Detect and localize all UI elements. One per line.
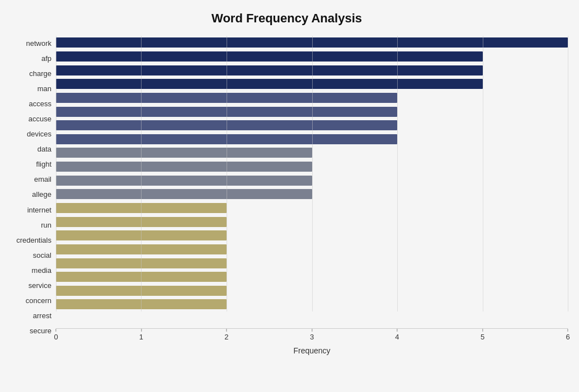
bar [56,286,227,296]
x-tick-line [55,329,56,332]
bar-row [56,202,568,214]
y-label: network [26,37,51,50]
bar-row [56,78,568,90]
y-label: secure [30,324,51,337]
x-tick-label: 4 [395,333,399,341]
bar-row [56,285,568,297]
x-tick-line [312,329,312,332]
bar [56,162,312,172]
x-tick: 6 [566,329,569,341]
x-tick: 5 [481,329,484,341]
bar [56,37,568,48]
y-label: devices [27,128,51,140]
y-axis: networkafpchargemanaccessaccusedevicesda… [6,36,56,355]
bar [56,258,227,268]
grid-line [397,36,398,311]
y-label: concern [26,294,51,306]
x-tick-line [567,329,568,332]
bar-row [56,64,568,77]
y-label: internet [27,204,51,216]
x-tick-label: 1 [139,333,143,341]
x-tick-label: 6 [566,333,569,341]
y-label: charge [29,68,51,80]
bar [56,299,227,309]
x-tick-label: 0 [54,333,58,341]
x-tick-label: 2 [224,333,228,341]
bar-row [56,216,568,228]
bar-row [56,271,568,283]
x-tick-line [397,329,397,332]
bar [56,217,227,227]
x-tick: 2 [224,329,228,341]
grid-line [56,36,57,311]
y-label: afp [41,53,51,65]
bar [56,272,227,282]
y-label: media [32,264,51,276]
bar [56,148,312,158]
y-label: social [33,249,51,261]
chart-title: Word Frequency Analysis [6,6,568,36]
y-label: data [37,143,51,155]
bar-row [56,50,568,63]
bar [56,203,227,213]
grid-line [312,36,313,311]
chart-container: Word Frequency Analysis networkafpcharge… [0,0,579,392]
y-label: run [41,219,51,231]
bar [56,93,397,103]
x-tick-line [226,329,227,332]
y-label: access [29,98,51,110]
grid-line [483,36,483,311]
bar [56,107,397,117]
x-axis-label: Frequency [56,346,568,355]
x-axis-area: 0123456 [56,328,568,345]
x-tick: 4 [395,329,399,341]
y-label: man [37,83,51,95]
y-label: allege [32,188,51,201]
grid-line [568,36,568,311]
y-label: arrest [33,309,51,322]
y-label: service [29,279,51,291]
bar [56,230,227,240]
y-label: credentials [16,234,51,246]
x-tick-line [482,329,483,332]
bar-row [56,174,568,187]
bar-row [56,133,568,145]
y-label: accuse [29,113,51,125]
bar [56,189,312,199]
bar [56,244,227,254]
bar-row [56,36,568,49]
x-tick-line [141,329,142,332]
bar-row [56,257,568,270]
bar [56,51,483,62]
grid-line [227,36,227,311]
bar-row [56,147,568,159]
bar-row [56,119,568,131]
x-tick: 1 [139,329,143,341]
y-label: email [34,173,51,186]
bar-row [56,298,568,310]
bar-row [56,92,568,104]
bar [56,134,397,144]
plot-area: 0123456 Frequency [56,36,568,355]
y-label: flight [36,158,51,171]
x-tick-label: 5 [481,333,484,341]
bar-row [56,188,568,200]
bar [56,79,483,89]
bar [56,176,312,186]
bar-row [56,229,568,242]
chart-area: networkafpchargemanaccessaccusedevicesda… [6,36,568,355]
bars-wrapper [56,36,568,328]
bar [56,120,397,130]
bar-row [56,106,568,118]
grid-line [141,36,142,311]
bar-row [56,243,568,256]
x-tick: 0 [54,329,58,341]
bar-row [56,160,568,173]
bar [56,65,483,75]
x-tick: 3 [310,329,314,341]
x-tick-label: 3 [310,333,314,341]
